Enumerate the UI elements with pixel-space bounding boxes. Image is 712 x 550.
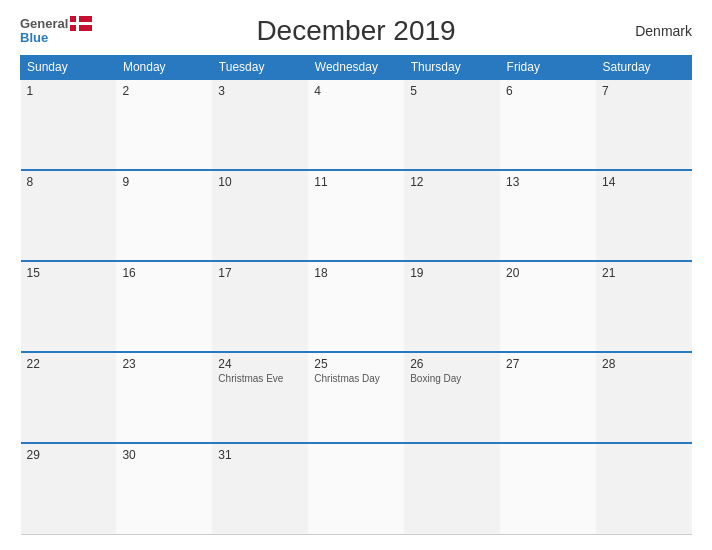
calendar-day-cell: 17 bbox=[212, 261, 308, 352]
calendar-day-cell bbox=[500, 443, 596, 534]
col-tuesday: Tuesday bbox=[212, 56, 308, 80]
logo-flag-icon bbox=[70, 16, 92, 31]
calendar-day-cell: 12 bbox=[404, 170, 500, 261]
calendar-day-cell: 18 bbox=[308, 261, 404, 352]
day-number: 26 bbox=[410, 357, 494, 371]
day-number: 13 bbox=[506, 175, 590, 189]
day-number: 20 bbox=[506, 266, 590, 280]
day-number: 22 bbox=[27, 357, 111, 371]
day-number: 10 bbox=[218, 175, 302, 189]
calendar-day-cell: 7 bbox=[596, 79, 692, 170]
day-number: 2 bbox=[122, 84, 206, 98]
day-number: 9 bbox=[122, 175, 206, 189]
day-number: 8 bbox=[27, 175, 111, 189]
day-number: 11 bbox=[314, 175, 398, 189]
logo-general-text: General bbox=[20, 17, 68, 31]
calendar-day-cell: 29 bbox=[21, 443, 117, 534]
svg-rect-2 bbox=[70, 22, 92, 25]
calendar-week-row: 222324Christmas Eve25Christmas Day26Boxi… bbox=[21, 352, 693, 443]
col-thursday: Thursday bbox=[404, 56, 500, 80]
country-label: Denmark bbox=[592, 23, 692, 39]
calendar-day-cell: 21 bbox=[596, 261, 692, 352]
logo-blue-text: Blue bbox=[20, 31, 48, 45]
page-header: General Blue December 2019 Denmark bbox=[20, 15, 692, 47]
day-number: 7 bbox=[602, 84, 686, 98]
col-friday: Friday bbox=[500, 56, 596, 80]
calendar-day-cell: 5 bbox=[404, 79, 500, 170]
calendar-header-row: Sunday Monday Tuesday Wednesday Thursday… bbox=[21, 56, 693, 80]
day-number: 17 bbox=[218, 266, 302, 280]
calendar-day-cell: 14 bbox=[596, 170, 692, 261]
calendar-day-cell: 23 bbox=[116, 352, 212, 443]
calendar-day-cell: 31 bbox=[212, 443, 308, 534]
day-number: 24 bbox=[218, 357, 302, 371]
calendar-day-cell: 19 bbox=[404, 261, 500, 352]
calendar-day-cell bbox=[596, 443, 692, 534]
calendar-day-cell: 3 bbox=[212, 79, 308, 170]
calendar-day-cell: 15 bbox=[21, 261, 117, 352]
day-number: 5 bbox=[410, 84, 494, 98]
day-number: 23 bbox=[122, 357, 206, 371]
day-number: 28 bbox=[602, 357, 686, 371]
calendar-week-row: 891011121314 bbox=[21, 170, 693, 261]
col-saturday: Saturday bbox=[596, 56, 692, 80]
calendar-table: Sunday Monday Tuesday Wednesday Thursday… bbox=[20, 55, 692, 535]
calendar-day-cell: 8 bbox=[21, 170, 117, 261]
day-number: 1 bbox=[27, 84, 111, 98]
day-number: 16 bbox=[122, 266, 206, 280]
day-number: 31 bbox=[218, 448, 302, 462]
day-number: 12 bbox=[410, 175, 494, 189]
calendar-day-cell bbox=[404, 443, 500, 534]
calendar-week-row: 293031 bbox=[21, 443, 693, 534]
day-number: 21 bbox=[602, 266, 686, 280]
calendar-day-cell: 9 bbox=[116, 170, 212, 261]
day-number: 14 bbox=[602, 175, 686, 189]
day-number: 15 bbox=[27, 266, 111, 280]
calendar-day-cell bbox=[308, 443, 404, 534]
calendar-day-cell: 1 bbox=[21, 79, 117, 170]
calendar-day-cell: 2 bbox=[116, 79, 212, 170]
day-number: 29 bbox=[27, 448, 111, 462]
calendar-day-cell: 26Boxing Day bbox=[404, 352, 500, 443]
calendar-week-row: 15161718192021 bbox=[21, 261, 693, 352]
calendar-week-row: 1234567 bbox=[21, 79, 693, 170]
day-number: 27 bbox=[506, 357, 590, 371]
calendar-day-cell: 30 bbox=[116, 443, 212, 534]
calendar-day-cell: 27 bbox=[500, 352, 596, 443]
col-monday: Monday bbox=[116, 56, 212, 80]
holiday-label: Christmas Eve bbox=[218, 373, 302, 384]
day-number: 6 bbox=[506, 84, 590, 98]
calendar-day-cell: 24Christmas Eve bbox=[212, 352, 308, 443]
calendar-day-cell: 28 bbox=[596, 352, 692, 443]
calendar-day-cell: 16 bbox=[116, 261, 212, 352]
col-wednesday: Wednesday bbox=[308, 56, 404, 80]
calendar-day-cell: 4 bbox=[308, 79, 404, 170]
page-title: December 2019 bbox=[120, 15, 592, 47]
calendar-day-cell: 13 bbox=[500, 170, 596, 261]
day-number: 25 bbox=[314, 357, 398, 371]
day-number: 4 bbox=[314, 84, 398, 98]
holiday-label: Boxing Day bbox=[410, 373, 494, 384]
day-number: 30 bbox=[122, 448, 206, 462]
day-number: 3 bbox=[218, 84, 302, 98]
calendar-day-cell: 11 bbox=[308, 170, 404, 261]
calendar-day-cell: 10 bbox=[212, 170, 308, 261]
col-sunday: Sunday bbox=[21, 56, 117, 80]
calendar-day-cell: 22 bbox=[21, 352, 117, 443]
calendar-day-cell: 20 bbox=[500, 261, 596, 352]
calendar-day-cell: 25Christmas Day bbox=[308, 352, 404, 443]
logo: General Blue bbox=[20, 16, 120, 45]
day-number: 18 bbox=[314, 266, 398, 280]
calendar-day-cell: 6 bbox=[500, 79, 596, 170]
day-number: 19 bbox=[410, 266, 494, 280]
holiday-label: Christmas Day bbox=[314, 373, 398, 384]
